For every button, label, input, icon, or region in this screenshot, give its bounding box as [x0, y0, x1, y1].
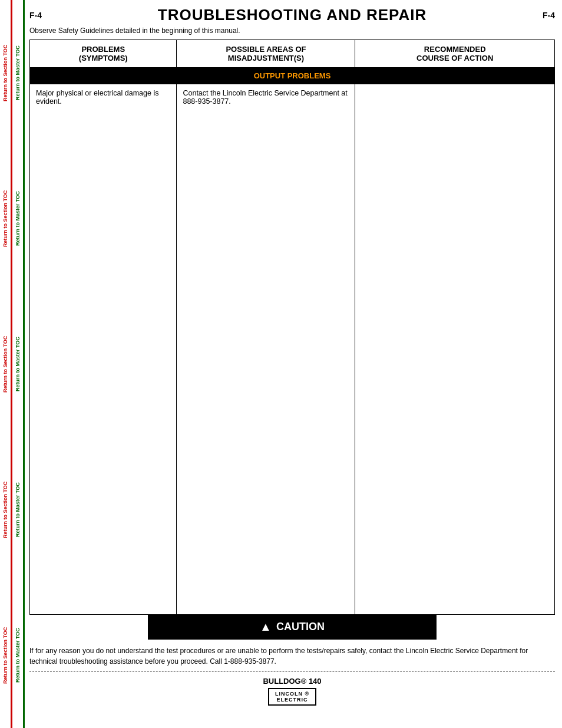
page-header: F-4 TROUBLESHOOTING AND REPAIR F-4 [29, 6, 555, 24]
section-toc-sidebar: Return to Section TOC Return to Section … [0, 0, 12, 728]
page-number-right: F-4 [543, 11, 555, 20]
table-row: Major physical or electrical damage is e… [30, 84, 555, 615]
sidebar-section-toc-5[interactable]: Return to Section TOC [0, 582, 12, 728]
cell-problem: Major physical or electrical damage is e… [30, 84, 177, 615]
lincoln-brand-line2: ELECTRIC [275, 697, 309, 703]
caution-label: CAUTION [276, 621, 325, 633]
cell-misadjustment: Contact the Lincoln Electric Service Dep… [177, 84, 355, 615]
header-problems: PROBLEMS(SYMPTOMS) [30, 40, 177, 68]
sidebar-master-toc-5[interactable]: Return to Master TOC [12, 582, 25, 728]
page-number-left: F-4 [29, 11, 42, 20]
troubleshooting-table: PROBLEMS(SYMPTOMS) POSSIBLE AREAS OFMISA… [29, 39, 555, 615]
lincoln-electric-logo: LINCOLN ® ELECTRIC [268, 688, 316, 706]
main-content: F-4 TROUBLESHOOTING AND REPAIR F-4 Obser… [25, 0, 562, 711]
lincoln-brand-line1: LINCOLN ® [275, 691, 309, 697]
sidebar-section-toc-3[interactable]: Return to Section TOC [0, 291, 12, 437]
safety-note: Observe Safety Guidelines detailed in th… [29, 27, 555, 35]
table-header-row: PROBLEMS(SYMPTOMS) POSSIBLE AREAS OFMISA… [30, 40, 555, 68]
sidebar-master-toc-4[interactable]: Return to Master TOC [12, 437, 25, 582]
caution-footer: If for any reason you do not understand … [29, 645, 555, 672]
sidebar-section-toc-2[interactable]: Return to Section TOC [0, 146, 12, 291]
section-header-row: OUTPUT PROBLEMS [30, 68, 555, 84]
section-label: OUTPUT PROBLEMS [30, 68, 555, 84]
caution-triangle-icon: ▲ [260, 620, 272, 634]
caution-section: ▲ CAUTION [29, 614, 555, 640]
footer-product: BULLDOG® 140 [29, 677, 555, 686]
cell-action [355, 84, 555, 615]
sidebar-master-toc-3[interactable]: Return to Master TOC [12, 291, 25, 437]
sidebar-master-toc-2[interactable]: Return to Master TOC [12, 146, 25, 291]
master-toc-sidebar: Return to Master TOC Return to Master TO… [12, 0, 25, 728]
sidebar-section-toc-4[interactable]: Return to Section TOC [0, 437, 12, 582]
header-recommended: RECOMMENDEDCOURSE OF ACTION [355, 40, 555, 68]
sidebar-master-toc-1[interactable]: Return to Master TOC [12, 0, 25, 146]
sidebar-section-toc-1[interactable]: Return to Section TOC [0, 0, 12, 146]
caution-text: If for any reason you do not understand … [29, 647, 528, 666]
page-footer: BULLDOG® 140 LINCOLN ® ELECTRIC [29, 677, 555, 706]
caution-row: ▲ CAUTION [29, 614, 555, 640]
sidebar-container: Return to Section TOC Return to Section … [0, 0, 25, 728]
header-misadjustment: POSSIBLE AREAS OFMISADJUSTMENT(S) [177, 40, 355, 68]
caution-box: ▲ CAUTION [148, 614, 437, 640]
page-title: TROUBLESHOOTING AND REPAIR [42, 6, 543, 24]
